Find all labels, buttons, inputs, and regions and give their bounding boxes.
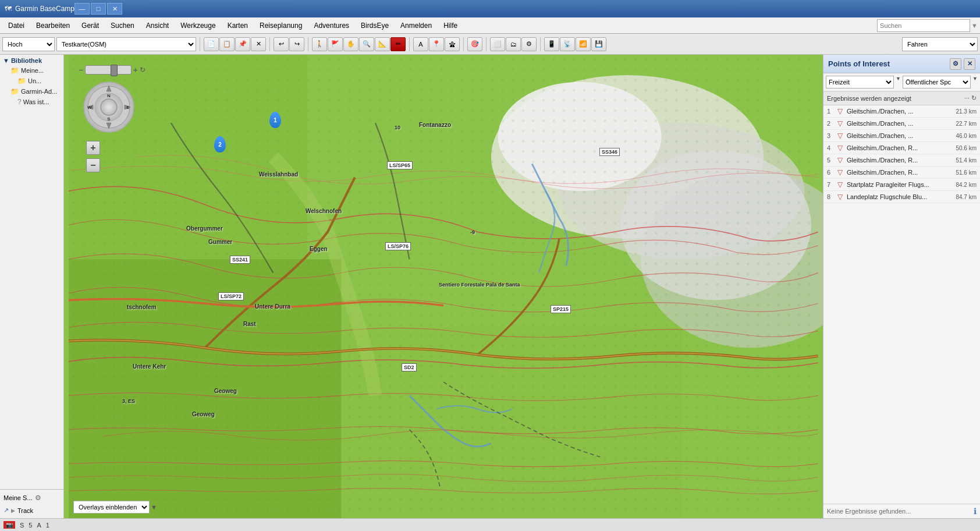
my-stuff-label: Meine S... bbox=[3, 494, 33, 501]
poi-dist-4: 50.6 km bbox=[956, 145, 977, 151]
elevation-select[interactable]: Hoch bbox=[2, 37, 55, 51]
poi-dist-7: 84.2 km bbox=[956, 182, 977, 188]
maximize-button[interactable]: □ bbox=[91, 3, 106, 15]
menu-gerat[interactable]: Gerät bbox=[76, 19, 105, 32]
poi-status-bar: Ergebnisse werden angezeigt ··· ↻ bbox=[823, 91, 980, 105]
library-header[interactable]: ▼ Bibliothek bbox=[1, 56, 62, 65]
overlay-select[interactable]: Overlays einblenden bbox=[73, 501, 150, 514]
statusbar: 📷 S 5 A 1 bbox=[0, 518, 980, 531]
redo-btn[interactable]: ↪ bbox=[289, 37, 304, 51]
zoom-out-icon[interactable]: − bbox=[79, 65, 83, 75]
draw-btn[interactable]: ✏ bbox=[390, 37, 406, 51]
poi-num-7: 7 bbox=[827, 181, 837, 188]
route-btn[interactable]: 🛣 bbox=[445, 37, 460, 51]
view3-btn[interactable]: ⚙ bbox=[521, 37, 537, 51]
device3-btn[interactable]: 📶 bbox=[576, 37, 591, 51]
menu-hilfe[interactable]: Hilfe bbox=[438, 19, 463, 32]
zoom-minus-button[interactable]: − bbox=[86, 158, 100, 172]
menu-reiseplanung[interactable]: Reiseplanung bbox=[254, 19, 308, 32]
library-item-un[interactable]: 📁 Un... bbox=[1, 76, 62, 86]
poi-row-4[interactable]: 4 ▽ Gleitschim./Drachen, R... 50.6 km bbox=[823, 142, 980, 154]
folder-icon-2: 📁 bbox=[17, 77, 26, 85]
library-item-garmin[interactable]: 📁 Garmin-Ad... bbox=[1, 86, 62, 97]
zoom-in-btn[interactable]: 🔍 bbox=[359, 37, 374, 51]
gear-icon[interactable]: ⚙ bbox=[35, 494, 41, 502]
track-label: Track bbox=[17, 507, 33, 514]
zoom-refresh-icon[interactable]: ↻ bbox=[140, 66, 145, 74]
zoom-in-icon[interactable]: + bbox=[133, 65, 138, 75]
poi-row-7[interactable]: 7 ▽ Startplatz Paragleiter Flugs... 84.2… bbox=[823, 179, 980, 191]
pin-btn[interactable]: 📍 bbox=[429, 37, 444, 51]
menu-werkzeuge[interactable]: Werkzeuge bbox=[175, 19, 221, 32]
library-section: ▼ Bibliothek 📁 Meine... 📁 Un... 📁 Garmin… bbox=[1, 56, 62, 107]
toolbar-group-track: 🎯 bbox=[467, 37, 482, 51]
svg-text:E: E bbox=[126, 105, 130, 110]
poi-row-5[interactable]: 5 ▽ Gleitschim./Drachen, R... 51.4 km bbox=[823, 154, 980, 167]
poi-help-icon[interactable]: ℹ bbox=[974, 507, 977, 516]
menu-datei[interactable]: Datei bbox=[2, 19, 30, 32]
track-btn[interactable]: 🎯 bbox=[467, 37, 482, 51]
compass-svg: N S W E bbox=[83, 81, 135, 133]
poi-settings-button[interactable]: ⚙ bbox=[950, 58, 961, 70]
overlay-control: Overlays einblenden ▼ bbox=[73, 501, 157, 514]
status-a-value: 1 bbox=[46, 522, 49, 529]
flag-btn[interactable]: 🚩 bbox=[328, 37, 343, 51]
zoom-plus-button[interactable]: + bbox=[86, 141, 100, 155]
measure-btn[interactable]: 📐 bbox=[375, 37, 390, 51]
library-panel: ▼ Bibliothek 📁 Meine... 📁 Un... 📁 Garmin… bbox=[0, 55, 63, 489]
new-btn[interactable]: 📄 bbox=[204, 37, 219, 51]
menu-suchen[interactable]: Suchen bbox=[105, 19, 140, 32]
sidebar-track[interactable]: ↗ ▶ Track bbox=[2, 504, 62, 516]
poi-type-select[interactable]: Öffentlicher Spc bbox=[903, 76, 971, 88]
toolbar-group-text: A 📍 🛣 bbox=[413, 37, 460, 51]
poi-row-1[interactable]: 1 ▽ Gleitschim./Drachen, ... 21.3 km bbox=[823, 105, 980, 118]
sidebar-my-stuff[interactable]: Meine S... ⚙ bbox=[2, 491, 62, 504]
navigate-btn[interactable]: 🚶 bbox=[312, 37, 327, 51]
poi-dist-5: 51.4 km bbox=[956, 157, 977, 164]
delete-btn[interactable]: ✕ bbox=[251, 37, 266, 51]
library-item-meine[interactable]: 📁 Meine... bbox=[1, 65, 62, 76]
hand-btn[interactable]: ✋ bbox=[343, 37, 358, 51]
poi-row-2[interactable]: 2 ▽ Gleitschim./Drachen, ... 22.7 km bbox=[823, 118, 980, 130]
svg-text:N: N bbox=[107, 93, 111, 98]
poi-ellipsis-icon[interactable]: ··· bbox=[964, 94, 970, 102]
view1-btn[interactable]: ⬜ bbox=[490, 37, 505, 51]
close-button[interactable]: ✕ bbox=[107, 3, 122, 15]
routing-select[interactable]: Fahren bbox=[902, 37, 978, 51]
paste-btn[interactable]: 📌 bbox=[235, 37, 250, 51]
titlebar: 🗺 Garmin BaseCamp — □ ✕ bbox=[0, 0, 980, 17]
zoom-handle[interactable] bbox=[111, 65, 118, 76]
poi-refresh-icon[interactable]: ↻ bbox=[971, 94, 977, 102]
library-item-garmin-label: Garmin-Ad... bbox=[21, 88, 57, 95]
zoom-slider[interactable] bbox=[85, 65, 132, 75]
poi-num-8: 8 bbox=[827, 193, 837, 200]
poi-category-select[interactable]: Freizeit bbox=[826, 76, 894, 88]
view2-btn[interactable]: 🗂 bbox=[506, 37, 521, 51]
search-input[interactable] bbox=[877, 19, 970, 32]
category-dropdown-icon: ▼ bbox=[896, 76, 901, 88]
device2-btn[interactable]: 📡 bbox=[560, 37, 575, 51]
menu-bearbeiten[interactable]: Bearbeiten bbox=[30, 19, 76, 32]
poi-row-8[interactable]: 8 ▽ Landeplatz Flugschule Blu... 84.7 km bbox=[823, 191, 980, 203]
poi-row-3[interactable]: 3 ▽ Gleitschim./Drachen, ... 46.0 km bbox=[823, 130, 980, 142]
menu-karten[interactable]: Karten bbox=[222, 19, 254, 32]
map-container[interactable]: SS346 LS/SP65 SS241 LS/SP76 LS/SP72 SP21… bbox=[64, 55, 823, 518]
library-item-was[interactable]: ? Was ist... bbox=[1, 97, 62, 107]
minimize-button[interactable]: — bbox=[74, 3, 90, 15]
poi-close-button[interactable]: ✕ bbox=[964, 58, 975, 70]
text-btn[interactable]: A bbox=[413, 37, 428, 51]
device4-btn[interactable]: 💾 bbox=[591, 37, 606, 51]
menu-adventures[interactable]: Adventures bbox=[308, 19, 355, 32]
poi-type-icon-5: ▽ bbox=[837, 156, 847, 164]
undo-btn[interactable]: ↩ bbox=[274, 37, 289, 51]
device1-btn[interactable]: 📱 bbox=[544, 37, 559, 51]
menu-birdseye[interactable]: BirdsEye bbox=[355, 19, 395, 32]
menu-ansicht[interactable]: Ansicht bbox=[140, 19, 175, 32]
poi-footer: Keine Ergebnisse gefunden... ℹ bbox=[823, 504, 980, 518]
map-select[interactable]: Testkarte(OSM) bbox=[56, 37, 196, 51]
copy-btn[interactable]: 📋 bbox=[219, 37, 235, 51]
track-icon: ↗ bbox=[3, 507, 9, 514]
poi-header-icons: ⚙ ✕ bbox=[950, 58, 975, 70]
menu-anmelden[interactable]: Anmelden bbox=[395, 19, 438, 32]
poi-row-6[interactable]: 6 ▽ Gleitschim./Drachen, R... 51.6 km bbox=[823, 167, 980, 179]
